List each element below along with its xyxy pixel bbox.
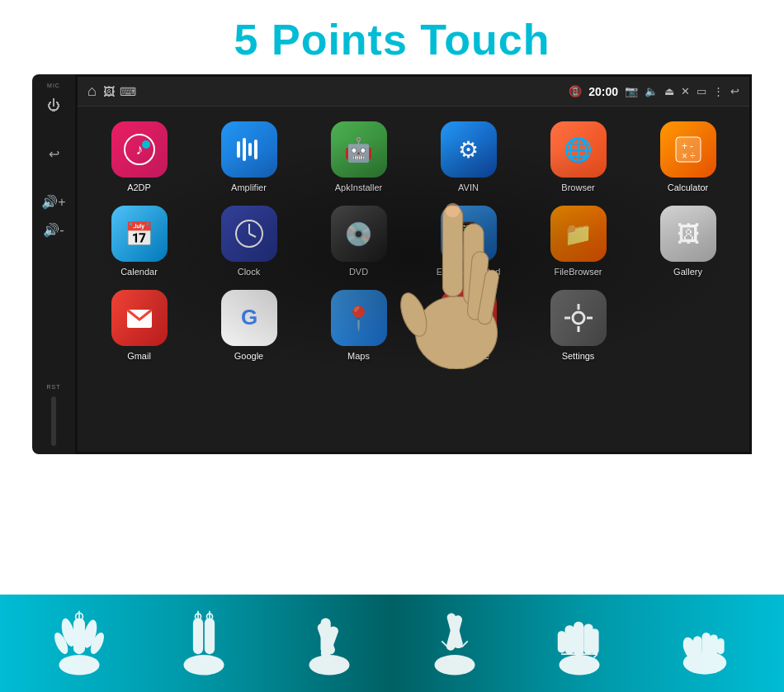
volume-up-button[interactable]: 🔊+	[41, 189, 66, 214]
svg-marker-17	[459, 306, 479, 330]
svg-rect-57	[574, 622, 583, 656]
app-label-calendar: Calendar	[120, 267, 158, 277]
svg-rect-5	[248, 143, 252, 156]
app-item-gallery[interactable]: 🖼Gallery	[633, 199, 743, 283]
svg-point-2	[142, 140, 150, 149]
app-label-a2dp: A2DP	[127, 182, 151, 192]
volume-icon: 🔈	[645, 85, 658, 97]
app-item-filebrowser[interactable]: 📁FileBrowser	[523, 199, 633, 283]
app-label-unknown: Maps	[347, 351, 370, 361]
svg-rect-39	[193, 618, 203, 654]
app-icon-unknown: 📍	[331, 290, 387, 346]
app-item-dvd[interactable]: 💿DVD	[304, 199, 413, 283]
svg-line-14	[249, 234, 256, 237]
status-time: 20:00	[588, 85, 618, 98]
mic-label: MIC	[47, 83, 60, 88]
app-label-clock: Clock	[238, 267, 261, 277]
svg-rect-69	[717, 638, 725, 654]
app-label-filebrowser: FileBrowser	[554, 267, 602, 277]
app-icon-apkinstaller: 🤖	[331, 121, 387, 178]
svg-point-30	[59, 655, 99, 675]
app-icon-browser: 🌐	[550, 121, 607, 178]
app-label-settings: Settings	[562, 351, 595, 361]
gesture-single-tap	[46, 606, 112, 680]
svg-rect-59	[565, 625, 574, 654]
svg-text:G: G	[240, 305, 257, 329]
svg-point-41	[187, 656, 223, 671]
app-item-clock[interactable]: Clock	[194, 199, 304, 283]
app-icon-clock	[221, 206, 277, 262]
svg-line-55	[462, 641, 468, 647]
page-title: 5 Points Touch	[0, 15, 784, 64]
gesture-pinch	[296, 606, 362, 680]
gesture-grab	[672, 606, 738, 680]
app-item-easyconnected[interactable]: 📱EasyConnected	[413, 199, 523, 283]
gesture-spread	[422, 606, 488, 680]
app-icon-google: G	[221, 290, 277, 346]
back-nav-icon[interactable]: ↩	[730, 85, 739, 97]
svg-point-56	[560, 655, 600, 675]
svg-text:÷: ÷	[690, 150, 696, 162]
menu-icon: ⋮	[713, 85, 724, 97]
home-icon[interactable]: ⌂	[87, 83, 97, 100]
app-icon-avin: ⚙	[441, 121, 497, 178]
svg-rect-60	[591, 629, 599, 655]
app-item-apkinstaller[interactable]: 🤖ApkInstaller	[304, 115, 413, 199]
svg-rect-61	[558, 631, 566, 652]
status-bar: ⌂ 🖼 ⌨ 📵 20:00 📷 🔈 ⏏ ✕ ▭ ⋮ ↩	[78, 77, 749, 107]
svg-point-18	[573, 312, 584, 324]
app-label-amplifier: Amplifier	[231, 182, 267, 192]
device-wrapper: MIC ⏻ ↩ 🔊+ 🔊- RST ⌂ 🖼 ⌨ 📵 20:00 📷 🔈 ⏏ ✕	[0, 74, 784, 454]
volume-down-button[interactable]: 🔊-	[41, 217, 66, 242]
app-icon-calculator: +-×÷	[660, 121, 716, 178]
app-grid: ♪A2DPAmplifier🤖ApkInstaller⚙AVIN🌐Browser…	[78, 107, 749, 376]
app-label-calculator: Calculator	[668, 182, 709, 192]
app-item-browser[interactable]: 🌐Browser	[523, 115, 633, 199]
image-icon: 🖼	[103, 85, 115, 98]
back-button[interactable]: ↩	[41, 141, 66, 166]
app-item-avin[interactable]: ⚙AVIN	[413, 115, 523, 199]
app-icon-calendar: 📅	[111, 206, 168, 262]
app-item-unknown[interactable]: 📍Maps	[304, 283, 413, 367]
app-label-gallery: Gallery	[673, 267, 702, 277]
app-item-google[interactable]: GGoogle	[194, 283, 304, 367]
svg-rect-3	[237, 141, 240, 158]
power-button[interactable]: ⏻	[41, 93, 66, 118]
svg-rect-40	[205, 618, 215, 654]
screen: ⌂ 🖼 ⌨ 📵 20:00 📷 🔈 ⏏ ✕ ▭ ⋮ ↩ ♪A2D	[75, 74, 752, 454]
app-grid-container: ♪A2DPAmplifier🤖ApkInstaller⚙AVIN🌐Browser…	[78, 107, 749, 376]
app-item-calendar[interactable]: 📅Calendar	[84, 199, 194, 283]
volume-slider[interactable]	[51, 396, 56, 446]
app-icon-easyconnected: 📱	[441, 206, 497, 262]
app-item-settings[interactable]: Settings	[523, 283, 633, 367]
gesture-two-finger	[171, 606, 237, 680]
svg-point-50	[434, 655, 475, 675]
svg-line-54	[442, 641, 447, 647]
side-panel: MIC ⏻ ↩ 🔊+ 🔊- RST	[32, 74, 75, 454]
app-icon-settings	[550, 290, 607, 346]
app-label-easyconnected: EasyConnected	[437, 267, 501, 277]
app-label-apkinstaller: ApkInstaller	[335, 182, 382, 192]
no-signal-icon: 📵	[569, 85, 582, 97]
svg-text:×: ×	[682, 150, 687, 162]
svg-rect-68	[710, 635, 718, 656]
app-icon-filebrowser: 📁	[550, 206, 607, 262]
app-item-amplifier[interactable]: Amplifier	[194, 115, 304, 199]
app-item-playstore[interactable]: Play Store	[413, 283, 523, 367]
app-icon-amplifier	[221, 121, 277, 178]
rst-label: RST	[47, 384, 61, 390]
app-item-a2dp[interactable]: ♪A2DP	[84, 115, 194, 199]
app-label-google: Google	[234, 351, 263, 361]
app-icon-gallery: 🖼	[660, 206, 716, 262]
app-item-calculator[interactable]: +-×÷Calculator	[633, 115, 743, 199]
app-item-gmail[interactable]: Gmail	[84, 283, 194, 367]
status-right-icons: 📷 🔈 ⏏ ✕ ▭ ⋮ ↩	[625, 85, 739, 97]
svg-point-46	[309, 655, 350, 675]
app-icon-gmail	[111, 290, 168, 346]
app-label-dvd: DVD	[349, 267, 368, 277]
svg-rect-4	[243, 138, 246, 161]
svg-rect-67	[702, 633, 711, 656]
eject-icon: ⏏	[664, 85, 674, 97]
window-icon: ▭	[697, 85, 706, 97]
svg-rect-7	[676, 137, 701, 162]
